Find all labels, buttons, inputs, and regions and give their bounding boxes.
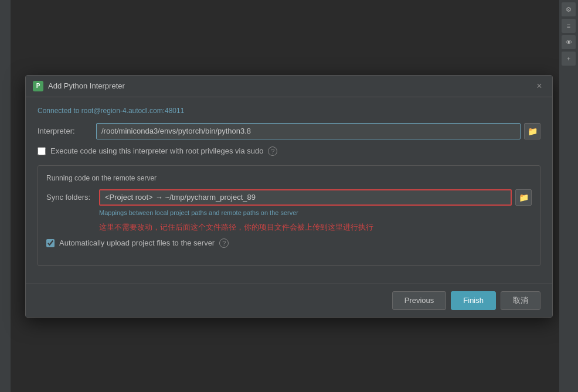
interpreter-row: Interpreter: 📁 bbox=[38, 123, 540, 139]
interpreter-input-wrapper: 📁 bbox=[96, 123, 540, 139]
interpreter-input[interactable] bbox=[96, 123, 521, 139]
sync-arrow: → bbox=[155, 193, 163, 202]
toolbar-eye-button[interactable]: 👁 bbox=[562, 35, 576, 49]
dialog-title-left: P Add Python Interpreter bbox=[33, 81, 125, 91]
right-toolbar: ⚙ ≡ 👁 + bbox=[559, 0, 578, 392]
toolbar-layout-button[interactable]: ≡ bbox=[562, 19, 576, 33]
connected-status: Connected to root@region-4.autodl.com:48… bbox=[38, 107, 540, 115]
execute-code-help-icon[interactable]: ? bbox=[268, 146, 277, 156]
remote-section-title: Running code on the remote server bbox=[46, 174, 532, 182]
folder-icon-sync: 📁 bbox=[519, 193, 529, 202]
toolbar-settings-button[interactable]: ⚙ bbox=[562, 2, 576, 16]
sync-remote-path: ~/tmp/pycharm_project_89 bbox=[165, 193, 256, 202]
dialog-footer: Previous Finish 取消 bbox=[26, 284, 552, 317]
settings-icon: ⚙ bbox=[566, 6, 572, 13]
sync-project-root: <Project root> bbox=[105, 193, 153, 202]
sync-hint: Mappings between local project paths and… bbox=[99, 209, 532, 216]
auto-upload-help-icon[interactable]: ? bbox=[219, 238, 229, 248]
layout-icon: ≡ bbox=[567, 22, 570, 29]
execute-code-label[interactable]: Execute code using this interpreter with… bbox=[50, 146, 263, 155]
interpreter-browse-button[interactable]: 📁 bbox=[524, 123, 540, 139]
left-strip bbox=[0, 0, 11, 392]
execute-code-checkbox[interactable] bbox=[38, 147, 46, 155]
sync-browse-button[interactable]: 📁 bbox=[515, 189, 532, 206]
finish-button[interactable]: Finish bbox=[451, 291, 496, 310]
ide-background: P Add Python Interpreter × Connected to … bbox=[0, 0, 578, 392]
folder-icon: 📁 bbox=[528, 127, 538, 136]
sync-folders-label: Sync folders: bbox=[46, 193, 99, 202]
previous-button[interactable]: Previous bbox=[392, 291, 447, 310]
sync-folders-row: Sync folders: <Project root> → ~/tmp/pyc… bbox=[46, 189, 532, 206]
sync-field-wrapper: <Project root> → ~/tmp/pycharm_project_8… bbox=[99, 189, 532, 206]
annotation-text: 这里不需要改动，记住后面这个文件路径，你的项目文件会被上传到这里进行执行 bbox=[99, 222, 532, 233]
remote-section: Running code on the remote server Sync f… bbox=[38, 165, 540, 266]
cancel-button[interactable]: 取消 bbox=[501, 291, 540, 310]
auto-upload-label[interactable]: Automatically upload project files to th… bbox=[59, 238, 215, 247]
interpreter-label: Interpreter: bbox=[38, 127, 96, 135]
sync-field[interactable]: <Project root> → ~/tmp/pycharm_project_8… bbox=[99, 189, 512, 206]
add-interpreter-dialog: P Add Python Interpreter × Connected to … bbox=[25, 75, 553, 318]
close-button[interactable]: × bbox=[533, 80, 545, 92]
dialog-body: Connected to root@region-4.autodl.com:48… bbox=[26, 97, 552, 284]
execute-code-row: Execute code using this interpreter with… bbox=[38, 146, 540, 156]
toolbar-plus-button[interactable]: + bbox=[562, 52, 576, 66]
dialog-icon: P bbox=[33, 81, 43, 91]
plus-icon: + bbox=[567, 55, 570, 62]
auto-upload-row: Automatically upload project files to th… bbox=[46, 238, 532, 248]
eye-icon: 👁 bbox=[566, 39, 572, 46]
dialog-title: Add Python Interpreter bbox=[48, 81, 125, 90]
dialog-titlebar: P Add Python Interpreter × bbox=[26, 76, 552, 97]
auto-upload-checkbox[interactable] bbox=[46, 239, 55, 247]
